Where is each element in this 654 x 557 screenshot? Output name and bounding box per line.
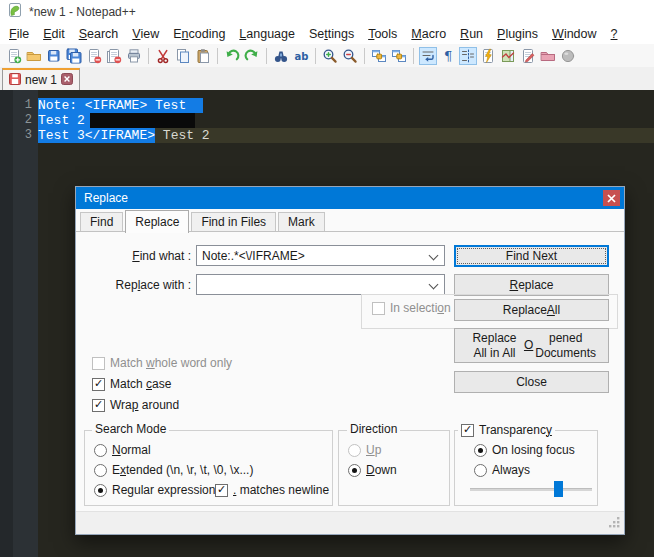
toolbar-separator — [315, 48, 316, 64]
transparency-checkbox[interactable]: Transparency — [458, 423, 555, 437]
menu-item-macro[interactable]: Macro — [404, 25, 453, 43]
menu-item-plugins[interactable]: Plugins — [490, 25, 545, 43]
radio-normal[interactable]: Normal — [94, 443, 151, 457]
document-tabbar: new 1 — [0, 67, 654, 91]
zoom-in-icon[interactable] — [321, 47, 339, 65]
slider-thumb[interactable] — [554, 481, 563, 497]
checkbox-box — [461, 424, 474, 437]
find-icon[interactable] — [272, 47, 290, 65]
new-file-icon[interactable] — [5, 47, 23, 65]
show-all-characters-icon[interactable]: ¶ — [439, 47, 457, 65]
folder-as-workspace-icon[interactable] — [539, 47, 557, 65]
dot-matches-newline-checkbox[interactable]: . matches newline — [215, 483, 329, 497]
menu-item-language[interactable]: Language — [232, 25, 302, 43]
menu-item-file[interactable]: File — [2, 25, 36, 43]
menu-item-window[interactable]: Window — [545, 25, 603, 43]
checkbox-box — [92, 378, 105, 391]
replace-icon[interactable]: ab — [292, 47, 310, 65]
transparency-slider[interactable] — [470, 480, 592, 498]
match-case-checkbox[interactable]: Match case — [92, 377, 171, 391]
checkbox-box — [372, 302, 385, 315]
toolbar-separator — [266, 48, 267, 64]
line-number: 2 — [0, 113, 32, 128]
search-mode-group-label: Search Mode — [92, 423, 169, 436]
dialog-close-button[interactable] — [603, 190, 620, 206]
radio-regular-expression[interactable]: Regular expression — [94, 483, 215, 497]
undo-icon[interactable] — [223, 47, 241, 65]
word-wrap-icon[interactable] — [419, 47, 437, 65]
radio-always[interactable]: Always — [474, 463, 530, 477]
menu-item-view[interactable]: View — [125, 25, 166, 43]
radio-circle — [348, 464, 361, 477]
copy-icon[interactable] — [174, 47, 192, 65]
redo-icon[interactable] — [243, 47, 261, 65]
direction-group-label: Direction — [347, 423, 400, 436]
save-all-icon[interactable] — [65, 47, 83, 65]
tab-mark[interactable]: Mark — [278, 212, 325, 231]
selected-text: Test 3</IFRAME> — [38, 128, 155, 143]
line-number: 1 — [0, 98, 32, 113]
radio-extended[interactable]: Extended (\n, \r, \t, \0, \x...) — [94, 463, 253, 477]
replace-dialog: Replace Find Replace Find in Files Mark … — [75, 186, 625, 535]
open-folder-icon[interactable] — [25, 47, 43, 65]
menu-bar: FileEditSearchViewEncodingLanguageSettin… — [0, 24, 654, 44]
wrap-around-checkbox[interactable]: Wrap around — [92, 398, 179, 412]
menu-item-settings[interactable]: Settings — [302, 25, 361, 43]
replace-button[interactable]: Replace — [454, 274, 609, 296]
radio-circle — [94, 444, 107, 457]
menu-item-encoding[interactable]: Encoding — [166, 25, 232, 43]
selection-eol-block — [90, 113, 195, 128]
menu-item-edit[interactable]: Edit — [36, 25, 72, 43]
dialog-status-strip — [76, 511, 624, 534]
resize-grip[interactable] — [609, 517, 620, 531]
menu-item-run[interactable]: Run — [453, 25, 490, 43]
define-language-icon[interactable] — [519, 47, 537, 65]
zoom-out-icon[interactable] — [341, 47, 359, 65]
save-icon[interactable] — [45, 47, 63, 65]
radio-on-losing-focus[interactable]: On losing focus — [474, 443, 575, 457]
find-what-value: Note:.*<\/IFRAME> — [202, 249, 305, 263]
function-list-icon[interactable] — [479, 47, 497, 65]
radio-up[interactable]: Up — [348, 443, 381, 457]
radio-circle — [348, 444, 361, 457]
checkbox-box — [92, 399, 105, 412]
dropdown-chevron-icon — [429, 280, 439, 290]
toolbar-separator — [364, 48, 365, 64]
replace-with-combobox[interactable] — [196, 274, 445, 295]
in-selection-checkbox[interactable]: In selection — [372, 301, 451, 315]
find-what-combobox[interactable]: Note:.*<\/IFRAME> — [196, 245, 445, 266]
menu-item-tools[interactable]: Tools — [361, 25, 404, 43]
tab-new-1[interactable]: new 1 — [2, 68, 80, 90]
radio-down[interactable]: Down — [348, 463, 397, 477]
tab-replace[interactable]: Replace — [125, 210, 189, 233]
bookmark-margin — [0, 90, 13, 557]
toolbar: ab¶ — [0, 44, 654, 67]
document-map-icon[interactable] — [499, 47, 517, 65]
tab-close-icon[interactable] — [61, 73, 73, 88]
svg-text:ab: ab — [295, 51, 309, 62]
menu-item-search[interactable]: Search — [72, 25, 126, 43]
window-title: *new 1 - Notepad++ — [29, 5, 136, 19]
dialog-tab-strip: Find Replace Find in Files Mark — [76, 209, 624, 232]
dialog-titlebar: Replace — [76, 187, 624, 209]
notepadpp-logo-icon — [7, 2, 23, 22]
indent-guide-icon[interactable] — [459, 47, 477, 65]
paste-icon[interactable] — [194, 47, 212, 65]
monitoring-icon[interactable] — [559, 47, 577, 65]
find-what-label: Find what : — [81, 249, 191, 263]
line-number: 3 — [0, 128, 32, 143]
cut-icon[interactable] — [154, 47, 172, 65]
close-all-icon[interactable] — [105, 47, 123, 65]
close-file-icon[interactable] — [85, 47, 103, 65]
replace-all-button[interactable]: Replace All — [454, 299, 609, 321]
tab-find[interactable]: Find — [80, 212, 123, 231]
sync-vertical-scroll-icon[interactable] — [370, 47, 388, 65]
tab-find-in-files[interactable]: Find in Files — [191, 212, 276, 231]
sync-horizontal-scroll-icon[interactable] — [390, 47, 408, 65]
match-whole-word-checkbox[interactable]: Match whole word only — [92, 356, 232, 370]
close-button[interactable]: Close — [454, 371, 609, 393]
find-next-button[interactable]: Find Next — [454, 245, 609, 267]
menu-item-help[interactable]: ? — [604, 25, 625, 43]
replace-all-opened-button[interactable]: Replace All in All Opened Documents — [454, 328, 609, 363]
print-icon[interactable] — [125, 47, 143, 65]
